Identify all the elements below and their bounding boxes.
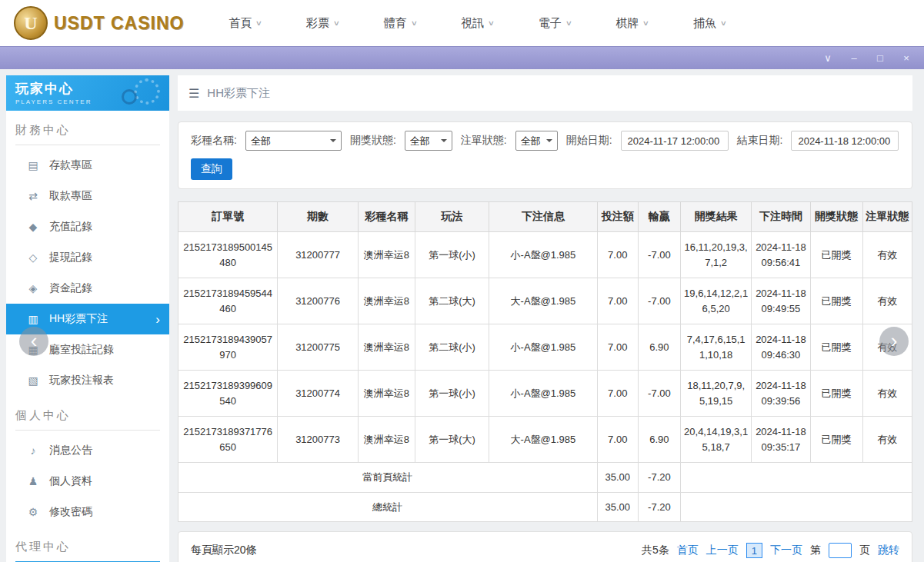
- profile-icon: ♟: [26, 475, 40, 487]
- logo[interactable]: U USDT CASINO: [14, 6, 184, 40]
- end-date-label: 結束日期:: [737, 134, 783, 148]
- page-jump-input[interactable]: [829, 543, 852, 558]
- order-status-select-wrap: 全部: [515, 131, 558, 151]
- summary-empty-cell: [681, 463, 912, 493]
- bet-amount-cell: 7.00: [597, 278, 638, 324]
- bet-time-cell: 2024-11-18 09:39:56: [752, 371, 810, 417]
- period-cell: 31200776: [278, 278, 358, 324]
- report-icon: ▧: [26, 374, 40, 387]
- window-close-icon[interactable]: ×: [901, 53, 912, 63]
- sidebar-menu-item[interactable]: ◆ 充值記錄 ›: [6, 211, 169, 242]
- lottery-name-select[interactable]: 全部: [245, 131, 342, 151]
- order-status-cell: 有效: [862, 371, 912, 417]
- window-maximize-icon[interactable]: □: [875, 53, 886, 63]
- sidebar-item-label: 提現記錄: [49, 251, 160, 264]
- sidebar-menu-item[interactable]: ♪ 消息公告 ›: [6, 435, 169, 466]
- draw-status-cell: 已開獎: [810, 232, 862, 278]
- sidebar-item-label: 修改密碼: [49, 505, 160, 519]
- bet-amount-cell: 7.00: [597, 324, 638, 371]
- first-page-link[interactable]: 首页: [677, 544, 699, 557]
- sidebar-menu-item[interactable]: ◈ 資金記錄 ›: [6, 273, 169, 304]
- nav-item[interactable]: 棋牌 ∨: [615, 16, 649, 31]
- period-cell: 31200774: [278, 371, 358, 417]
- window-minimize-icon[interactable]: –: [849, 53, 859, 63]
- hamburger-icon[interactable]: ☰: [188, 86, 199, 101]
- play-type-cell: 第二球(小): [415, 324, 489, 371]
- funds-record-icon: ◈: [26, 282, 40, 294]
- sidebar-menu-item[interactable]: ♟ 個人資料 ›: [6, 466, 169, 497]
- announcement-icon: ♪: [26, 444, 40, 457]
- filter-actions: 查詢: [191, 158, 899, 180]
- bet-amount-cell: 7.00: [597, 371, 638, 417]
- bet-info-cell: 大-A盤@1.985: [489, 278, 597, 324]
- window-title-bar: ∨ – □ ×: [0, 46, 924, 69]
- carousel-left-icon: ‹: [31, 331, 38, 351]
- search-button[interactable]: 查詢: [191, 158, 232, 180]
- lottery-name-cell: 澳洲幸运8: [358, 278, 415, 324]
- draw-status-cell: 已開獎: [810, 371, 862, 417]
- filter-row: 彩種名稱: 全部 開獎狀態: 全部 注單狀態:: [191, 131, 899, 151]
- sidebar-menu-item[interactable]: ⚙ 修改密碼 ›: [6, 497, 169, 527]
- nav-item[interactable]: 首頁 ∨: [228, 16, 262, 31]
- order-no-cell: 2152173189371776650: [178, 417, 278, 463]
- nav-item[interactable]: 視訊 ∨: [461, 16, 494, 31]
- next-page-link[interactable]: 下一页: [770, 544, 802, 557]
- sidebar-menu-item[interactable]: ⇄ 取款專區 ›: [6, 181, 169, 211]
- sidebar-menu-item[interactable]: ▤ 存款專區 ›: [6, 150, 169, 181]
- nav-item[interactable]: 彩票 ∨: [306, 16, 339, 31]
- order-status-cell: 有效: [862, 278, 912, 324]
- carousel-right-button[interactable]: ›: [879, 327, 909, 356]
- main-nav: 首頁 ∨ 彩票 ∨ 體育 ∨ 視訊 ∨: [228, 16, 726, 31]
- draw-status-select[interactable]: 全部: [405, 131, 452, 151]
- bet-row: 2152173189399609540 31200774 澳洲幸运8 第一球(小…: [178, 371, 912, 417]
- prev-page-link[interactable]: 上一页: [706, 544, 739, 557]
- draw-result-cell: 19,6,14,12,2,16,5,20: [681, 278, 752, 324]
- sidebar-item-label: 存款專區: [49, 158, 160, 172]
- sidebar-menu-item[interactable]: ▧ 玩家投注報表 ›: [6, 365, 169, 396]
- chevron-down-icon: ∨: [333, 19, 340, 27]
- bet-row: 2152173189500145480 31200777 澳洲幸运8 第一球(小…: [178, 232, 912, 278]
- nav-item-label: 體育: [384, 16, 407, 31]
- jump-link[interactable]: 跳转: [878, 544, 899, 557]
- table-header-cell: 注單狀態: [862, 202, 912, 232]
- summary-winloss-cell: -7.20: [638, 492, 680, 522]
- order-no-cell: 2152173189459544460: [178, 278, 278, 324]
- sidebar-item-label: 個人資料: [49, 474, 160, 488]
- win-loss-cell: -7.00: [638, 232, 680, 278]
- bets-table: 訂單號 期數 彩種名稱 玩法 下注信息 投注額 輸贏: [178, 201, 912, 522]
- period-cell: 31200775: [278, 324, 358, 371]
- draw-status-select-wrap: 全部: [405, 131, 452, 151]
- nav-item[interactable]: 電子 ∨: [539, 16, 572, 31]
- sidebar-menu-item[interactable]: ◇ 提現記錄 ›: [6, 242, 169, 273]
- bet-info-cell: 大-A盤@1.985: [489, 417, 597, 463]
- end-date-input[interactable]: [791, 131, 899, 151]
- casino-chip-decoration: [122, 89, 137, 105]
- pagination-controls: 共5条 首页 上一页 1 下一页 第 页 跳转: [642, 543, 899, 558]
- lottery-name-select-wrap: 全部: [245, 131, 342, 151]
- nav-item-label: 視訊: [461, 16, 484, 31]
- window-chevron-icon[interactable]: ∨: [822, 53, 833, 63]
- deposit-icon: ▤: [26, 159, 40, 171]
- carousel-left-button[interactable]: ‹: [19, 327, 48, 356]
- bet-amount-cell: 7.00: [597, 232, 638, 278]
- password-icon: ⚙: [26, 506, 40, 518]
- order-no-cell: 2152173189399609540: [178, 371, 278, 417]
- sidebar-item-label: 玩家投注報表: [49, 374, 160, 387]
- table-header-cell: 玩法: [415, 202, 489, 232]
- order-status-select[interactable]: 全部: [515, 131, 558, 151]
- logo-emblem-icon: U: [14, 6, 48, 40]
- nav-item-label: 電子: [539, 16, 562, 31]
- nav-item[interactable]: 體育 ∨: [384, 16, 417, 31]
- win-loss-cell: -7.00: [638, 371, 680, 417]
- main-content: ☰ HH彩票下注 彩種名稱: 全部 開獎狀態: 全部: [178, 75, 924, 562]
- start-date-input[interactable]: [621, 131, 729, 151]
- table-header-cell: 下注時間: [752, 202, 810, 232]
- summary-row: 當前頁統計 35.00 -7.20: [178, 463, 912, 493]
- nav-item[interactable]: 捕魚 ∨: [693, 16, 726, 31]
- bets-table-summary: 當前頁統計 35.00 -7.20 總統計 35.00 -7.20: [178, 463, 912, 522]
- top-navigation-bar: U USDT CASINO 首頁 ∨ 彩票 ∨ 體育 ∨: [0, 0, 924, 46]
- current-page-button[interactable]: 1: [746, 543, 762, 558]
- chevron-down-icon: ∨: [720, 19, 727, 27]
- summary-row: 總統計 35.00 -7.20: [178, 492, 912, 522]
- sidebar-item-label: 充值記錄: [49, 220, 160, 234]
